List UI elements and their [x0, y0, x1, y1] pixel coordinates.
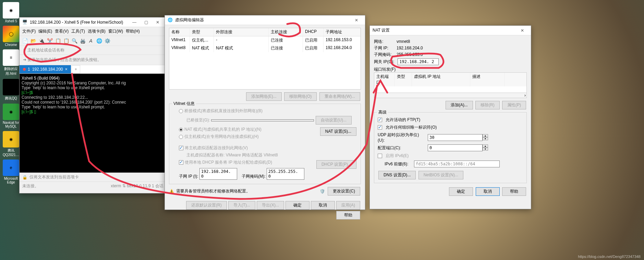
network-table[interactable]: 名称类型外部连接主机连接DHCP子网地址 VMnet1仅主机…-已连接已启用19…: [169, 28, 361, 90]
column-header[interactable]: 类型: [395, 73, 412, 86]
menu-item[interactable]: 窗口(W): [108, 29, 123, 34]
dialog-button[interactable]: 确定: [285, 201, 309, 210]
disconnect-icon[interactable]: ✂️: [46, 37, 53, 44]
dialog-button[interactable]: 导出(X)...: [257, 201, 284, 210]
connect-icon[interactable]: 🔌: [38, 37, 45, 44]
table-row[interactable]: VMnet1仅主机…-已连接已启用192.168.153.0: [169, 36, 361, 44]
nat-settings-button[interactable]: NAT 设置(S)...: [320, 127, 356, 136]
pf-add-button[interactable]: 添加(A)...: [446, 101, 473, 109]
spin-down-icon[interactable]: ▼: [483, 147, 488, 151]
netbios-settings-button[interactable]: NetBIOS 设置(N)...: [418, 171, 463, 179]
rename-network-button[interactable]: 重命名网络(W)...: [319, 92, 360, 101]
add-network-button[interactable]: 添加网络(E)...: [246, 92, 282, 101]
status-right: xterm ⇅ 68x18 ⎙ 11,9 1 会话: [111, 183, 163, 189]
chk-active-ftp[interactable]: [378, 118, 382, 122]
dialog-button[interactable]: 还原默认设置(R): [186, 201, 227, 210]
xshell-titlebar[interactable]: 🖥️ 192.168.184.200 - Xshell 5 (Free for …: [20, 17, 166, 27]
dialog-button[interactable]: 帮助: [336, 211, 360, 220]
desktop-icon[interactable]: ◉: [3, 79, 19, 95]
close-button[interactable]: ✕: [351, 17, 362, 24]
pf-props-button[interactable]: 属性(P): [502, 101, 526, 109]
change-settings-button[interactable]: 更改设置(C): [328, 187, 360, 196]
vned-titlebar[interactable]: 🌐 虚拟网络编辑器 ✕: [165, 15, 365, 25]
ipv6-prefix-input[interactable]: fd15:4ba5:5a2b:1008::/64: [414, 161, 500, 167]
remove-network-button[interactable]: 移除网络(O): [284, 92, 317, 101]
port-forward-table[interactable]: 主机端口类型虚拟机 IP 地址描述: [374, 72, 527, 93]
address-bar[interactable]: 🖈 主机地址或会话名称: [20, 46, 166, 55]
column-header[interactable]: 类型: [190, 28, 214, 36]
menu-item[interactable]: 帮助(H): [126, 29, 140, 34]
dialog-button[interactable]: 导入(T)...: [228, 201, 255, 210]
config-port-input[interactable]: 0: [428, 144, 483, 151]
spin-down-icon[interactable]: ▼: [483, 137, 488, 140]
column-header[interactable]: 外部连接: [214, 28, 269, 36]
gear-icon[interactable]: ⚙️: [104, 37, 111, 44]
terminal-output[interactable]: Xshell 5 (Build 0964)Copyright (c) 2002-…: [20, 74, 166, 173]
column-header[interactable]: DHCP: [303, 28, 324, 36]
column-header[interactable]: 虚拟机 IP 地址: [412, 73, 470, 86]
column-header[interactable]: 主机端口: [374, 73, 395, 86]
menu-item[interactable]: 工具(T): [71, 29, 85, 34]
hint-bar: ➜ 要添加当前会话，点击左侧的箭头按钮。: [20, 55, 166, 65]
nat-titlebar[interactable]: NAT 设置 ✕: [370, 26, 531, 35]
close-button[interactable]: ✕: [152, 19, 163, 26]
nat-title: NAT 设置: [373, 27, 517, 33]
desktop-icon[interactable]: ◯: [3, 26, 19, 42]
menu-item[interactable]: 选项卡(B): [88, 29, 106, 34]
dialog-button[interactable]: 应用(A): [336, 201, 360, 210]
pf-remove-button[interactable]: 移除(R): [475, 101, 500, 109]
menu-item[interactable]: 文件(F): [22, 29, 36, 34]
column-header[interactable]: 子网地址: [324, 28, 361, 36]
font-icon[interactable]: A: [87, 37, 94, 44]
auto-settings-button[interactable]: 自动设置(U)...: [316, 116, 352, 125]
chk-enable-ipv6[interactable]: [378, 154, 382, 158]
paste-icon[interactable]: 📋: [63, 37, 70, 44]
gateway-ip-input[interactable]: 192.168.204. 2: [398, 58, 439, 65]
close-button[interactable]: ✕: [517, 27, 528, 34]
cancel-button[interactable]: 取消: [476, 187, 500, 196]
dns-settings-button[interactable]: DNS 设置(D)...: [378, 171, 416, 179]
minimize-button[interactable]: —: [129, 19, 140, 26]
subnet-mask-input[interactable]: 255.255.255. 0: [267, 168, 304, 180]
desktop-icon[interactable]: ≡: [3, 49, 19, 66]
open-icon[interactable]: 📂: [30, 37, 37, 44]
radio-nat[interactable]: [179, 128, 183, 132]
udp-timeout-input[interactable]: 30: [428, 134, 483, 141]
maximize-button[interactable]: ▢: [140, 19, 152, 26]
session-tab[interactable]: 1 192.168.184.200 ×: [20, 65, 71, 73]
spin-up-icon[interactable]: ▲: [483, 144, 488, 147]
table-scrollbar[interactable]: ‹›: [374, 93, 527, 98]
help-button[interactable]: 帮助: [502, 187, 526, 196]
chk-dhcp[interactable]: [179, 160, 183, 165]
dialog-button[interactable]: 取消: [311, 201, 335, 210]
ok-button[interactable]: 确定: [449, 187, 473, 196]
desktop-icon[interactable]: ◉: [3, 131, 19, 147]
add-tab-button[interactable]: +: [72, 65, 80, 73]
dhcp-settings-button[interactable]: DHCP 设置(P)...: [316, 160, 356, 169]
print-icon[interactable]: 🖨️: [79, 37, 86, 44]
search-icon[interactable]: 🔍: [71, 37, 78, 44]
chk-allow-any-oui[interactable]: [378, 125, 382, 130]
radio-bridge[interactable]: [179, 109, 183, 113]
status-dot-icon: [23, 68, 26, 71]
copy-icon[interactable]: 📋: [54, 37, 61, 44]
chk-host-adapter[interactable]: [179, 146, 183, 150]
warning-icon: ⚠️: [169, 189, 174, 194]
desktop-icon[interactable]: ◉: [3, 104, 19, 120]
globe-icon[interactable]: 🌐: [96, 37, 102, 44]
close-tab-icon[interactable]: ×: [65, 67, 68, 72]
menu-item[interactable]: 编辑(E): [38, 29, 52, 34]
column-header[interactable]: 主机连接: [269, 28, 303, 36]
status-bar: 未连接。 xterm ⇅ 68x18 ⎙ 11,9 1 会话: [20, 181, 166, 190]
radio-hostonly[interactable]: [179, 135, 183, 139]
column-header[interactable]: 名称: [169, 28, 190, 36]
menu-item[interactable]: 查看(V): [55, 29, 69, 34]
desktop-icon[interactable]: e: [3, 159, 19, 176]
subnet-ip-input[interactable]: 192.168.204. 0: [199, 168, 237, 180]
table-row[interactable]: VMnet8NAT 模式NAT 模式已连接已启用192.168.204.0: [169, 44, 361, 52]
desktop-icon[interactable]: ◉: [3, 2, 19, 19]
column-header[interactable]: 描述: [470, 73, 505, 86]
desktop-label: Navicat for MySQL: [1, 121, 21, 128]
new-icon[interactable]: 📄: [22, 37, 28, 44]
spin-up-icon[interactable]: ▲: [483, 134, 488, 137]
